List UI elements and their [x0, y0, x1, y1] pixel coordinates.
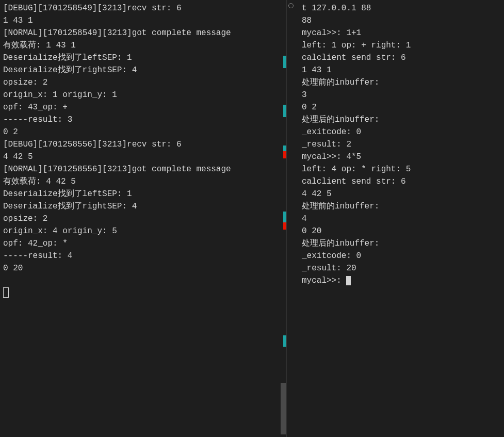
terminal-line: [DEBUG][1701258556][3213]recv str: 6 — [3, 138, 283, 151]
terminal-line: left: 1 op: + right: 1 — [302, 39, 500, 52]
split-gutter[interactable] — [286, 0, 296, 437]
terminal-right-pane[interactable]: t 127.0.0.1 88 88 mycal>>: 1+1 left: 1 o… — [296, 0, 504, 437]
terminal-line: opsize: 2 — [3, 213, 283, 225]
terminal-line: 3 — [302, 89, 500, 101]
terminal-line: [NORMAL][1701258549][3213]got complete m… — [3, 27, 283, 39]
cursor-icon — [346, 276, 351, 285]
terminal-line: calclient send str: 6 — [302, 175, 500, 188]
terminal-line: calclient send str: 6 — [302, 52, 500, 64]
terminal-line: _result: 2 — [302, 138, 500, 151]
terminal-line: opsize: 2 — [3, 76, 283, 89]
terminal-prompt-line: mycal>>: — [302, 274, 500, 287]
terminal-cursor-line — [3, 287, 283, 299]
terminal-line: [DEBUG][1701258549][3213]recv str: 6 — [3, 2, 283, 14]
terminal-line: 4 — [302, 213, 500, 225]
breakpoint-icon[interactable] — [288, 3, 294, 8]
terminal-line: _exitcode: 0 — [302, 250, 500, 262]
terminal-line: 0 20 — [3, 262, 283, 274]
terminal-line: 0 2 — [3, 126, 283, 138]
terminal-line: 处理前的inbuffer: — [302, 200, 500, 213]
terminal-line: Deserialize找到了rightSEP: 4 — [3, 200, 283, 213]
prompt-text: mycal>>: — [302, 276, 346, 285]
terminal-line: -----result: 3 — [3, 114, 283, 126]
terminal-line: _exitcode: 0 — [302, 126, 500, 138]
scrollbar-thumb[interactable] — [281, 383, 286, 434]
terminal-left-pane[interactable]: [DEBUG][1701258549][3213]recv str: 6 1 4… — [0, 0, 286, 437]
terminal-line: 处理后的inbuffer: — [302, 114, 500, 126]
terminal-line: 有效载荷: 4 42 5 — [3, 175, 283, 188]
terminal-line: left: 4 op: * right: 5 — [302, 163, 500, 175]
terminal-line: 88 — [302, 14, 500, 27]
terminal-line: 4 42 5 — [3, 151, 283, 163]
terminal-line: t 127.0.0.1 88 — [302, 2, 500, 14]
terminal-line — [3, 274, 283, 287]
terminal-line: Deserialize找到了leftSEP: 1 — [3, 52, 283, 64]
terminal-line: 1 43 1 — [3, 14, 283, 27]
terminal-line: 4 42 5 — [302, 188, 500, 200]
terminal-line: 0 20 — [302, 225, 500, 237]
terminal-line: 有效载荷: 1 43 1 — [3, 39, 283, 52]
terminal-line: opf: 43_op: + — [3, 101, 283, 114]
cursor-icon — [3, 287, 9, 298]
terminal-line: _result: 20 — [302, 262, 500, 274]
terminal-line: 处理后的inbuffer: — [302, 237, 500, 250]
terminal-line: 处理前的inbuffer: — [302, 76, 500, 89]
terminal-line: 1 43 1 — [302, 64, 500, 76]
terminal-line: Deserialize找到了rightSEP: 4 — [3, 64, 283, 76]
terminal-line: opf: 42_op: * — [3, 237, 283, 250]
terminal-line: [NORMAL][1701258556][3213]got complete m… — [3, 163, 283, 175]
scrollbar-track[interactable] — [280, 0, 286, 437]
terminal-line: mycal>>: 4*5 — [302, 151, 500, 163]
terminal-line: Deserialize找到了leftSEP: 1 — [3, 188, 283, 200]
terminal-line: mycal>>: 1+1 — [302, 27, 500, 39]
terminal-line: 0 2 — [302, 101, 500, 114]
terminal-line: origin_x: 1 origin_y: 1 — [3, 89, 283, 101]
terminal-line: -----result: 4 — [3, 250, 283, 262]
terminal-line: origin_x: 4 origin_y: 5 — [3, 225, 283, 237]
